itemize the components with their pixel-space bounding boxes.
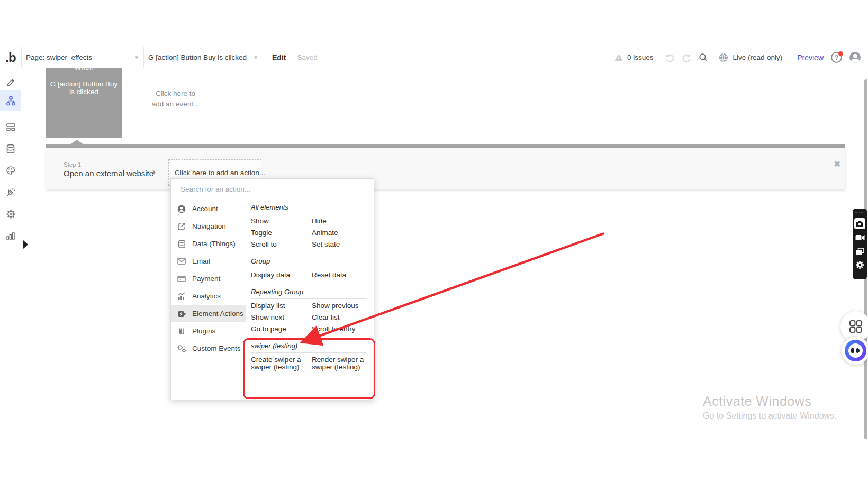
bubble-logo[interactable]: .b bbox=[0, 47, 21, 68]
plug-icon bbox=[171, 327, 192, 336]
sidebar-item-plugins[interactable] bbox=[0, 182, 21, 203]
workflow-selector-label: G [action] Button Buy is clicked bbox=[148, 53, 247, 61]
capture-settings-button[interactable] bbox=[854, 259, 865, 270]
page-selector-dropdown[interactable]: Page: swiper_effects ▾ bbox=[22, 47, 143, 68]
panel-expand-arrow[interactable] bbox=[23, 240, 28, 249]
user-avatar[interactable] bbox=[849, 52, 861, 63]
canvas-edge bbox=[0, 421, 868, 421]
workflow-icon bbox=[6, 96, 16, 106]
event-title-line1: G [action] Button Buy bbox=[46, 80, 122, 88]
action-item-show-next[interactable]: Show next bbox=[251, 312, 312, 323]
section-header-repeating-group: Repeating Group bbox=[251, 286, 367, 299]
watermark-title: Activate Windows bbox=[703, 394, 837, 409]
action-category-list: Account Navigation Data (Things) bbox=[171, 200, 246, 400]
action-search-input[interactable] bbox=[171, 185, 374, 193]
category-navigation[interactable]: Navigation bbox=[171, 218, 246, 235]
category-element-actions[interactable]: Element Actions bbox=[171, 305, 246, 322]
workflow-event-card[interactable]: When G [action] Button Buy is clicked bbox=[46, 59, 122, 138]
preview-button[interactable]: Preview bbox=[790, 53, 831, 62]
close-icon[interactable]: ✖ bbox=[834, 159, 840, 169]
windows-activation-watermark: Activate Windows Go to Settings to activ… bbox=[703, 394, 837, 421]
chevron-down-icon: ▾ bbox=[254, 54, 257, 61]
live-mode-selector[interactable]: Live (read-only) bbox=[712, 53, 790, 62]
action-item-scroll-to[interactable]: Scroll to bbox=[251, 239, 312, 250]
category-account[interactable]: Account bbox=[171, 200, 246, 218]
screen-capture-toolbar: • ··· bbox=[853, 209, 867, 279]
page-selector-label: Page: swiper_effects bbox=[26, 53, 92, 61]
action-item-toggle[interactable]: Toggle bbox=[251, 227, 312, 239]
components-icon bbox=[6, 122, 16, 132]
action-item-render-swiper[interactable]: Render swiper a swiper (testing) bbox=[312, 354, 367, 373]
action-item-go-to-page[interactable]: Go to page bbox=[251, 323, 312, 335]
sidebar-item-styles[interactable] bbox=[0, 160, 21, 181]
redo-icon bbox=[682, 53, 692, 62]
action-item-hide[interactable]: Hide bbox=[312, 215, 367, 227]
action-item-display-list[interactable]: Display list bbox=[251, 300, 312, 312]
undo-icon bbox=[665, 53, 675, 62]
action-item-clear-list[interactable]: Clear list bbox=[312, 312, 367, 323]
sidebar-item-data[interactable] bbox=[0, 138, 21, 159]
action-items-panel: All elements Show Hide Toggle Animate Sc… bbox=[246, 200, 374, 400]
drag-handle-dots[interactable]: • ··· bbox=[855, 210, 864, 215]
category-label: Element Actions bbox=[192, 310, 243, 318]
step-number-label: Step 1 bbox=[64, 161, 81, 168]
logs-chart-icon bbox=[6, 231, 15, 240]
category-payment[interactable]: Payment bbox=[171, 270, 246, 287]
section-items: Create swiper a swiper (testing) Render … bbox=[251, 353, 367, 373]
screenshot-button[interactable] bbox=[854, 218, 865, 229]
watermark-subtitle: Go to Settings to activate Windows. bbox=[703, 411, 837, 421]
action-item-show[interactable]: Show bbox=[251, 215, 312, 227]
category-label: Custom Events bbox=[192, 345, 241, 352]
palette-icon bbox=[6, 166, 16, 175]
record-video-button[interactable] bbox=[854, 232, 865, 243]
plug-icon bbox=[6, 187, 16, 197]
section-items: Show Hide Toggle Animate Scroll to Set s… bbox=[251, 214, 367, 250]
puzzle-bolt-icon bbox=[171, 310, 192, 318]
action-item-create-swiper[interactable]: Create swiper a swiper (testing) bbox=[251, 354, 312, 373]
sidebar-item-settings[interactable] bbox=[0, 203, 21, 224]
assistant-face-icon bbox=[845, 340, 866, 361]
action-item-scroll-to-entry[interactable]: Scroll to entry bbox=[312, 323, 367, 335]
issues-indicator[interactable]: 0 issues bbox=[614, 53, 661, 62]
assistant-button[interactable] bbox=[842, 337, 868, 365]
category-email[interactable]: Email bbox=[171, 252, 246, 270]
sidebar-item-components[interactable] bbox=[0, 116, 21, 138]
search-button[interactable] bbox=[695, 47, 712, 68]
category-analytics[interactable]: Analytics bbox=[171, 287, 246, 305]
edit-button[interactable]: Edit bbox=[272, 47, 286, 68]
section-header-swiper-testing: swiper (testing) bbox=[251, 340, 367, 353]
copies-button[interactable] bbox=[854, 246, 865, 257]
gear-icon bbox=[6, 209, 16, 219]
search-icon bbox=[699, 53, 708, 62]
redo-button[interactable] bbox=[678, 47, 695, 68]
sidebar-item-logs[interactable] bbox=[0, 225, 21, 246]
action-item-reset-data[interactable]: Reset data bbox=[312, 269, 367, 281]
section-header-group: Group bbox=[251, 255, 367, 268]
undo-button[interactable] bbox=[661, 47, 678, 68]
action-item-animate[interactable]: Animate bbox=[312, 227, 367, 239]
add-event-placeholder-card[interactable]: Click here to add an event... bbox=[138, 67, 213, 130]
workflow-selector-dropdown[interactable]: G [action] Button Buy is clicked ▾ bbox=[144, 47, 263, 68]
section-items: Display data Reset data bbox=[251, 268, 367, 281]
step-action-title[interactable]: Open an external website bbox=[64, 169, 153, 178]
action-item-set-state[interactable]: Set state bbox=[312, 239, 367, 250]
notification-dot bbox=[838, 51, 843, 56]
category-label: Payment bbox=[192, 275, 220, 283]
category-plugins[interactable]: Plugins bbox=[171, 322, 246, 340]
help-button[interactable]: ? bbox=[831, 52, 842, 63]
category-data-things[interactable]: Data (Things) bbox=[171, 235, 246, 252]
chevron-down-icon: ▾ bbox=[135, 54, 138, 61]
saved-status: Saved bbox=[297, 47, 317, 68]
category-custom-events[interactable]: Custom Events bbox=[171, 340, 246, 357]
section-items: Display list Show previous Show next Cle… bbox=[251, 299, 367, 335]
editor-sidebar bbox=[0, 69, 21, 421]
action-item-show-previous[interactable]: Show previous bbox=[312, 300, 367, 312]
arrow-right-icon: ➔ bbox=[149, 168, 156, 177]
envelope-icon bbox=[171, 258, 192, 265]
category-label: Email bbox=[192, 257, 210, 265]
gears-icon bbox=[171, 345, 192, 353]
action-item-display-data[interactable]: Display data bbox=[251, 269, 312, 281]
sidebar-item-workflow[interactable] bbox=[0, 90, 21, 111]
divider bbox=[263, 47, 263, 68]
issues-count-label: 0 issues bbox=[627, 53, 654, 61]
